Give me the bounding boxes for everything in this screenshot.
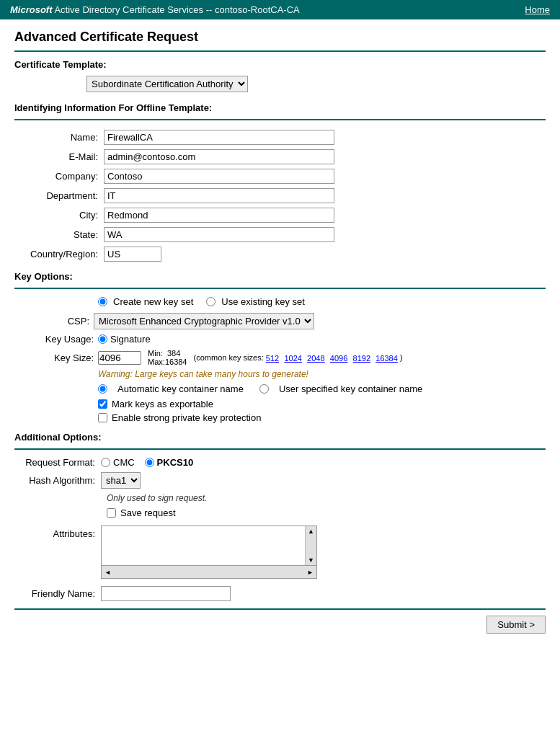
key-size-min: Min: 384 Max:16384 xyxy=(146,349,187,366)
additional-options-section: Additional Options: Request Format: CMC … xyxy=(14,432,546,601)
country-input[interactable] xyxy=(104,247,161,262)
user-container-radio[interactable] xyxy=(259,384,269,394)
key-size-input[interactable] xyxy=(98,351,141,365)
attributes-vscrollbar[interactable]: ▲ ▼ xyxy=(305,526,316,565)
scroll-down-icon[interactable]: ▼ xyxy=(308,556,314,564)
pkcs10-radio[interactable] xyxy=(145,458,154,467)
department-label: Department: xyxy=(14,186,101,205)
company-row: Company: xyxy=(14,167,546,186)
key-options-label: Key Options: xyxy=(14,271,546,282)
cmc-label[interactable]: CMC xyxy=(113,457,135,468)
name-label: Name: xyxy=(14,128,101,147)
title-divider xyxy=(14,50,546,52)
common-sizes-label: (common key sizes: xyxy=(191,353,265,362)
enable-strong-protection-checkbox[interactable] xyxy=(98,413,107,422)
create-new-keyset-radio[interactable] xyxy=(98,297,107,306)
attributes-input-wrap: ▲ ▼ ◄ ► xyxy=(101,525,317,579)
home-link[interactable]: Home xyxy=(525,4,550,15)
header-title: Microsoft Active Directory Certificate S… xyxy=(10,4,300,15)
additional-options-divider xyxy=(14,448,546,450)
page-title: Advanced Certificate Request xyxy=(14,30,546,45)
size-2048-link[interactable]: 2048 xyxy=(307,354,324,363)
company-label: Company: xyxy=(14,167,101,186)
save-request-label[interactable]: Save request xyxy=(120,507,176,518)
auto-container-label[interactable]: Automatic key container name xyxy=(117,383,244,394)
size-16384-link[interactable]: 16384 xyxy=(375,354,398,363)
country-row: Country/Region: xyxy=(14,244,546,264)
pkcs10-label[interactable]: PKCS10 xyxy=(157,457,194,468)
city-row: City: xyxy=(14,205,546,225)
mark-exportable-row: Mark keys as exportable xyxy=(98,399,546,409)
scroll-up-icon[interactable]: ▲ xyxy=(308,528,314,535)
size-4096-link[interactable]: 4096 xyxy=(330,354,347,363)
hash-note: Only used to sign request. xyxy=(107,493,546,503)
attributes-textarea-outer: ▲ ▼ xyxy=(101,525,317,566)
submit-row: Submit > xyxy=(14,608,546,634)
state-row: State: xyxy=(14,225,546,244)
cert-template-section: Certificate Template: Subordinate Certif… xyxy=(14,59,546,92)
email-label: E-Mail: xyxy=(14,147,101,167)
additional-options-label: Additional Options: xyxy=(14,432,546,443)
attributes-label: Attributes: xyxy=(14,525,101,539)
key-usage-row: Key Usage: Signature xyxy=(14,334,546,345)
department-row: Department: xyxy=(14,186,546,205)
header-service: Active Directory Certificate Services xyxy=(54,4,203,15)
use-existing-keyset-radio[interactable] xyxy=(206,297,215,306)
department-input[interactable] xyxy=(104,188,334,203)
header-brand: Microsoft xyxy=(10,4,53,15)
company-input-cell xyxy=(101,167,546,186)
attributes-hscrollbar[interactable]: ◄ ► xyxy=(101,566,317,579)
state-label: State: xyxy=(14,225,101,244)
attributes-row: Attributes: ▲ ▼ ◄ ► xyxy=(14,525,546,579)
enable-strong-protection-label[interactable]: Enable strong private key protection xyxy=(112,412,261,423)
size-1024-link[interactable]: 1024 xyxy=(284,354,301,363)
csp-select[interactable]: Microsoft Enhanced Cryptographic Provide… xyxy=(94,313,314,329)
key-usage-label: Key Usage: xyxy=(14,334,98,345)
state-input[interactable] xyxy=(104,227,334,242)
submit-button[interactable]: Submit > xyxy=(486,616,546,634)
name-input[interactable] xyxy=(104,130,334,145)
common-sizes-end: ) xyxy=(398,353,403,362)
size-512-link[interactable]: 512 xyxy=(266,354,279,363)
key-options-divider xyxy=(14,288,546,289)
save-request-row: Save request xyxy=(107,507,546,518)
cert-template-label: Certificate Template: xyxy=(14,59,546,70)
key-options-section: Key Options: Create new key set Use exis… xyxy=(14,271,546,423)
email-input[interactable] xyxy=(104,149,334,164)
hash-algo-label: Hash Algorithm: xyxy=(14,475,101,486)
mark-exportable-checkbox[interactable] xyxy=(98,399,107,409)
key-usage-signature-label[interactable]: Signature xyxy=(110,334,151,345)
friendly-name-input[interactable] xyxy=(101,586,231,601)
hash-algo-select[interactable]: sha1 xyxy=(101,472,141,489)
company-input[interactable] xyxy=(104,169,334,184)
header-separator: -- xyxy=(206,4,213,15)
scroll-left-icon[interactable]: ◄ xyxy=(105,569,111,576)
attributes-textarea[interactable] xyxy=(102,526,305,565)
keyset-radio-row: Create new key set Use existing key set xyxy=(98,296,546,307)
city-label: City: xyxy=(14,205,101,225)
user-container-label[interactable]: User specified key container name xyxy=(279,383,422,394)
name-input-cell xyxy=(101,128,546,147)
city-input-cell xyxy=(101,205,546,225)
country-input-cell xyxy=(101,244,546,264)
key-size-label: Key Size: xyxy=(14,352,98,363)
cmc-radio[interactable] xyxy=(101,458,110,467)
department-input-cell xyxy=(101,186,546,205)
size-8192-link[interactable]: 8192 xyxy=(353,354,370,363)
cert-template-row: Subordinate Certification Authority xyxy=(14,76,546,92)
key-size-warning: Warning: Large keys can take many hours … xyxy=(98,369,546,379)
cert-template-select[interactable]: Subordinate Certification Authority xyxy=(86,76,248,92)
scroll-right-icon[interactable]: ► xyxy=(307,569,314,576)
friendly-name-label: Friendly Name: xyxy=(14,588,101,599)
auto-container-radio[interactable] xyxy=(98,384,107,394)
name-row: Name: xyxy=(14,128,546,147)
key-usage-signature-radio[interactable] xyxy=(98,334,107,344)
request-format-row: Request Format: CMC PKCS10 xyxy=(14,457,546,468)
mark-exportable-label[interactable]: Mark keys as exportable xyxy=(112,399,213,409)
city-input[interactable] xyxy=(104,208,334,223)
create-new-keyset-label[interactable]: Create new key set xyxy=(113,296,193,307)
use-existing-keyset-label[interactable]: Use existing key set xyxy=(221,296,305,307)
save-request-checkbox[interactable] xyxy=(107,508,116,518)
email-row: E-Mail: xyxy=(14,147,546,167)
strong-protection-row: Enable strong private key protection xyxy=(98,412,546,423)
